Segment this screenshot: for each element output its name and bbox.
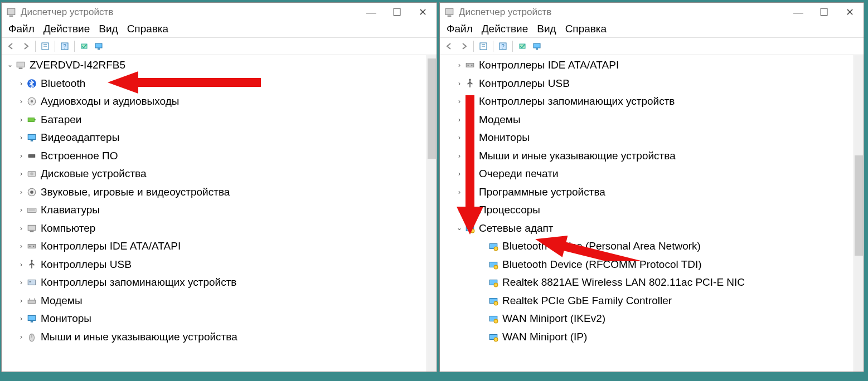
svg-rect-49: [534, 43, 540, 48]
tree-item-label: ZVERDVD-I42RFB5: [30, 59, 125, 71]
tree-item-0[interactable]: ›Контроллеры IDE ATA/ATAPI: [440, 56, 854, 75]
tree-item-label: Контроллеры запоминающих устройств: [41, 276, 236, 289]
tree-item-10[interactable]: ›Контроллеры USB: [2, 256, 426, 274]
tree-item-label: Контроллеры запоминающих устройств: [479, 95, 675, 108]
tree-item-label: WAN Miniport (IKEv2): [502, 312, 605, 325]
chevron-right-icon: ›: [455, 134, 463, 141]
tree-item-label: Bluetooth: [41, 77, 85, 90]
storage-icon: [26, 277, 37, 288]
scan-icon[interactable]: [516, 40, 528, 52]
tree-item-14[interactable]: ›Мыши и иные указывающие устройства: [2, 328, 426, 346]
svg-point-78: [494, 283, 498, 287]
tree-item-6[interactable]: ›Звуковые, игровые и видеоустройства: [2, 183, 426, 202]
tree-child-3[interactable]: Realtek PCIe GbE Family Controller: [440, 292, 854, 310]
menu-file[interactable]: Файл: [447, 23, 473, 35]
minimize-button[interactable]: —: [785, 3, 811, 22]
tree-child-2[interactable]: Realtek 8821AE Wireless LAN 802.11ac PCI…: [440, 273, 854, 292]
tree-item-0[interactable]: ›Bluetooth: [2, 75, 426, 93]
menu-file[interactable]: Файл: [8, 23, 35, 35]
tree-item-label: Звуковые, игровые и видеоустройства: [41, 186, 230, 198]
scrollbar[interactable]: [854, 55, 864, 372]
chevron-right-icon: ›: [17, 116, 25, 124]
monitor-icon[interactable]: [531, 40, 543, 52]
close-button[interactable]: ✕: [837, 3, 862, 22]
svg-point-52: [468, 65, 469, 66]
menu-help[interactable]: Справка: [565, 23, 607, 35]
svg-rect-16: [35, 119, 36, 120]
tree-item-8[interactable]: ›Процессоры: [440, 201, 854, 219]
tree-item-8[interactable]: ›Компьютер: [2, 219, 426, 238]
menubar: Файл Действие Вид Справка: [2, 22, 437, 38]
tree-child-4[interactable]: WAN Miniport (IKEv2): [440, 310, 854, 328]
tree-item-2[interactable]: ›Батареи: [2, 111, 426, 129]
tree-item-3[interactable]: ›Видеоадаптеры: [2, 129, 426, 147]
forward-button[interactable]: [458, 40, 470, 52]
tree-item-label: Модемы: [41, 295, 83, 307]
tree-item-13[interactable]: ›Мониторы: [2, 310, 426, 328]
tree-item-2[interactable]: ›Контроллеры запоминающих устройств: [440, 92, 854, 111]
tree-child-0[interactable]: Bluetooth Device (Personal Area Network): [440, 237, 854, 256]
tree-root[interactable]: ⌄ZVERDVD-I42RFB5: [2, 56, 426, 75]
tree-item-label: Аудиовходы и аудиовыходы: [41, 95, 179, 108]
maximize-button[interactable]: ☐: [384, 3, 410, 22]
tree-item-4[interactable]: ›Мониторы: [440, 129, 854, 147]
menu-view[interactable]: Вид: [99, 23, 118, 35]
chevron-right-icon: ›: [455, 116, 463, 124]
svg-point-22: [30, 172, 33, 175]
tree-child-5[interactable]: WAN Miniport (IP): [440, 328, 854, 346]
svg-rect-63: [468, 171, 472, 174]
help-icon[interactable]: ?: [59, 40, 71, 52]
tree-item-7[interactable]: ›Программные устройства: [440, 183, 854, 202]
monitor-icon[interactable]: [93, 40, 105, 52]
menu-help[interactable]: Справка: [127, 23, 169, 35]
chevron-right-icon: ›: [17, 97, 25, 105]
scrollbar[interactable]: [426, 55, 437, 372]
tree-item-4[interactable]: ›Встроенное ПО: [2, 147, 426, 165]
device-manager-window-left: Диспетчер устройств — ☐ ✕ Файл Действие …: [1, 2, 437, 372]
chevron-right-icon: ›: [17, 80, 25, 87]
modem-icon: [464, 114, 476, 125]
back-button[interactable]: [443, 40, 455, 52]
menu-action[interactable]: Действие: [43, 23, 90, 35]
tree-item-9[interactable]: ›Контроллеры IDE ATA/ATAPI: [2, 237, 426, 256]
tree-item-label: Сетевые адапт: [479, 222, 554, 235]
tree-item-1[interactable]: ›Контроллеры USB: [440, 75, 854, 93]
tree-item-label: Bluetooth Device (Personal Area Network): [502, 240, 701, 252]
maximize-button[interactable]: ☐: [811, 3, 837, 22]
tree-item-label: Realtek 8821AE Wireless LAN 802.11ac PCI…: [502, 276, 745, 289]
tree-item-1[interactable]: ›Аудиовходы и аудиовыходы: [2, 92, 426, 111]
properties-icon[interactable]: [39, 40, 51, 52]
net-icon: [488, 277, 499, 288]
forward-button[interactable]: [20, 40, 32, 52]
properties-icon[interactable]: [477, 40, 489, 52]
storage-icon: [464, 96, 476, 107]
menu-action[interactable]: Действие: [482, 23, 528, 35]
tree-item-12[interactable]: ›Модемы: [2, 292, 426, 310]
svg-rect-66: [468, 208, 473, 213]
tree-item-label: Мыши и иные указывающие устройства: [41, 331, 237, 343]
tree-item-5[interactable]: ›Мыши и иные указывающие устройства: [440, 147, 854, 165]
minimize-button[interactable]: —: [358, 3, 384, 22]
tree-child-1[interactable]: Bluetooth Device (RFCOMM Protocol TDI): [440, 256, 854, 274]
tree-item-network-adapters[interactable]: ⌄Сетевые адапт: [440, 219, 854, 238]
tree-item-3[interactable]: ›Модемы: [440, 111, 854, 129]
tree-item-label: Видеоадаптеры: [41, 131, 119, 144]
svg-rect-34: [30, 281, 31, 282]
help-icon[interactable]: ?: [497, 40, 509, 52]
chevron-down-icon: ⌄: [6, 61, 14, 69]
tree-item-6[interactable]: ›Очереди печати: [440, 165, 854, 183]
tree-item-label: Мыши и иные указывающие устройства: [479, 150, 676, 162]
titlebar: Диспетчер устройств — ☐ ✕: [440, 3, 864, 22]
scan-icon[interactable]: [78, 40, 90, 52]
app-icon: [444, 7, 454, 17]
tree-item-5[interactable]: ›Дисковые устройства: [2, 165, 426, 183]
chevron-right-icon: ›: [455, 80, 463, 87]
menu-view[interactable]: Вид: [537, 23, 556, 35]
tree-item-label: Модемы: [479, 114, 521, 126]
disk-icon: [26, 168, 37, 179]
svg-rect-42: [448, 16, 452, 17]
close-button[interactable]: ✕: [410, 3, 435, 22]
tree-item-11[interactable]: ›Контроллеры запоминающих устройств: [2, 273, 426, 292]
tree-item-7[interactable]: ›Клавиатуры: [2, 201, 426, 219]
back-button[interactable]: [5, 40, 17, 52]
